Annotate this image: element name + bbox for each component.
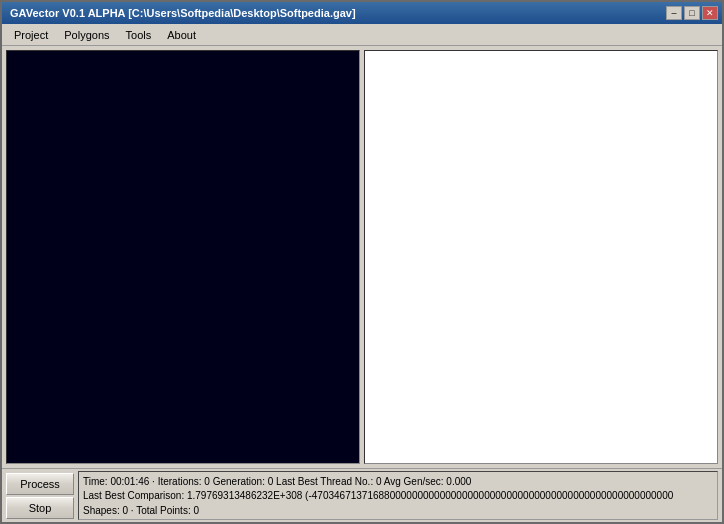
- left-canvas: [6, 50, 360, 464]
- title-bar-controls: – □ ✕: [666, 6, 718, 20]
- minimize-button[interactable]: –: [666, 6, 682, 20]
- status-line-1: Time: 00:01:46 · Iterations: 0 Generatio…: [83, 474, 713, 488]
- process-button[interactable]: Process: [6, 473, 74, 495]
- menu-project[interactable]: Project: [6, 27, 56, 43]
- app-window: GAVector V0.1 ALPHA [C:\Users\Softpedia\…: [0, 0, 724, 524]
- menu-tools[interactable]: Tools: [118, 27, 160, 43]
- status-bar: Process Stop Time: 00:01:46 · Iterations…: [2, 468, 722, 522]
- title-bar: GAVector V0.1 ALPHA [C:\Users\Softpedia\…: [2, 2, 722, 24]
- action-buttons: Process Stop: [6, 471, 74, 520]
- status-line-2: Last Best Comparison: 1.79769313486232E+…: [83, 488, 713, 502]
- window-title: GAVector V0.1 ALPHA [C:\Users\Softpedia\…: [6, 7, 356, 19]
- maximize-button[interactable]: □: [684, 6, 700, 20]
- status-line-3: Shapes: 0 · Total Points: 0: [83, 503, 713, 517]
- status-text-area: Time: 00:01:46 · Iterations: 0 Generatio…: [78, 471, 718, 520]
- right-canvas: [364, 50, 718, 464]
- menu-about[interactable]: About: [159, 27, 204, 43]
- stop-button[interactable]: Stop: [6, 497, 74, 519]
- menu-bar: Project Polygons Tools About: [2, 24, 722, 46]
- close-button[interactable]: ✕: [702, 6, 718, 20]
- menu-polygons[interactable]: Polygons: [56, 27, 117, 43]
- main-content: [2, 46, 722, 468]
